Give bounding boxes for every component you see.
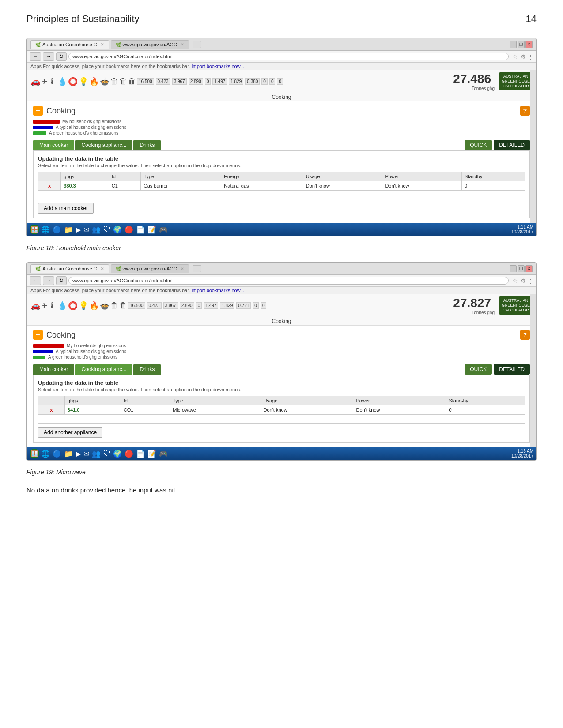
cooking-plus-btn-fig19[interactable]: +	[33, 330, 43, 340]
stat-val-9: 0	[261, 78, 268, 85]
taskbar-icon-play-fig19[interactable]: ▶	[76, 450, 81, 458]
tab-main-cooker-fig18[interactable]: Main cooker	[33, 140, 74, 150]
taskbar-icon-globe[interactable]: 🌍	[113, 225, 122, 234]
taskbar-icon-shield[interactable]: 🛡	[103, 225, 110, 233]
forward-btn[interactable]: →	[43, 52, 54, 61]
import-bookmarks-link[interactable]: Import bookmarks now...	[191, 64, 244, 69]
energy-cell-fig18[interactable]: Natural gas	[221, 181, 303, 191]
legend-label-1-fig19: My households ghg emissions	[67, 343, 126, 348]
taskbar-icon-pdf[interactable]: 📄	[136, 225, 145, 234]
standby-cell-fig19[interactable]: 0	[446, 405, 525, 415]
tab-cooking-appliance-fig18[interactable]: Cooking applianc...	[75, 140, 132, 150]
taskbar-icon-game[interactable]: 🎮	[159, 225, 168, 234]
tab-drinks-fig19[interactable]: Drinks	[133, 364, 161, 375]
legend-label-2-fig18: A typical household's ghg emissions	[56, 125, 126, 130]
minimize-btn-fig19[interactable]: ─	[510, 265, 517, 272]
col-header-usage-fig18: Usage	[303, 172, 382, 181]
type-cell-fig19[interactable]: Microwave	[170, 405, 261, 415]
taskbar-icon-word[interactable]: 📝	[147, 225, 156, 234]
address-bar-fig18[interactable]: www.epa.vic.gov.au/AGC/calculator/index.…	[68, 53, 509, 60]
restore-btn[interactable]: ❐	[518, 41, 525, 48]
temp-icon-fig19: 🌡	[49, 301, 57, 310]
browser-toolbar-fig18: ← → ↻ www.epa.vic.gov.au/AGC/calculator/…	[27, 51, 536, 63]
taskbar-icon-folder-fig19[interactable]: 📁	[64, 450, 73, 458]
taskbar-icon-ie-fig19[interactable]: 🌐	[41, 450, 50, 458]
detailed-btn-fig19[interactable]: DETAILED	[494, 364, 530, 375]
delete-cell-fig19[interactable]: x	[38, 405, 65, 415]
stat-val-8: 0.380	[245, 78, 260, 85]
page-number: 14	[526, 13, 537, 25]
browser-titlebar-fig19: 🌿 Australian Greenhouse C ✕ 🌿 www.epa.vi…	[27, 263, 536, 275]
plane-icon: ✈	[41, 77, 48, 86]
taskbar-icon-game-fig19[interactable]: 🎮	[159, 450, 168, 458]
taskbar-icon-globe-fig19[interactable]: 🌍	[113, 450, 122, 458]
taskbar-icon-word-fig19[interactable]: 📝	[147, 450, 156, 458]
taskbar-icon-mail-fig19[interactable]: ✉	[83, 450, 89, 458]
standby-cell-fig18[interactable]: 0	[462, 181, 525, 191]
cooking-section-fig19: + Cooking ? My households ghg emissions …	[27, 326, 536, 447]
quick-btn-fig19[interactable]: QUICK	[465, 364, 492, 375]
import-bookmarks-link-fig19[interactable]: Import bookmarks now...	[191, 288, 244, 293]
legend-bar-my-fig18	[33, 120, 60, 124]
detailed-btn-fig18[interactable]: DETAILED	[494, 140, 530, 150]
taskbar-icon-mail[interactable]: ✉	[83, 225, 89, 234]
taskbar-icon-browser-fig19[interactable]: 🔵	[53, 450, 61, 458]
tab-drinks-fig18[interactable]: Drinks	[133, 140, 161, 150]
browser-window-fig18: 🌿 Australian Greenhouse C ✕ 🌿 www.epa.vi…	[26, 38, 537, 236]
scrollbar-fig18[interactable]	[530, 70, 536, 223]
col-header-usage-fig19: Usage	[261, 396, 353, 405]
usage-cell-fig19[interactable]: Don't know	[261, 405, 353, 415]
tab-cooking-appliance-fig19[interactable]: Cooking applianc...	[75, 364, 132, 375]
browser-tab2-fig19[interactable]: 🌿 www.epa.vic.gov.au/AGC ✕	[111, 264, 189, 273]
close-btn-fig19[interactable]: ✕	[525, 265, 533, 272]
add-appliance-btn-fig19[interactable]: Add another appliance	[38, 427, 102, 438]
power-cell-fig18[interactable]: Don't know	[382, 181, 462, 191]
reload-btn-fig19[interactable]: ↻	[56, 276, 67, 285]
taskbar-icon-browser[interactable]: 🔵	[53, 225, 61, 234]
scrollbar-fig19[interactable]	[530, 294, 536, 447]
cooking-help-btn-fig19[interactable]: ?	[520, 330, 530, 340]
back-btn[interactable]: ←	[30, 52, 41, 61]
menu-icon-fig19[interactable]: ⋮	[528, 278, 533, 284]
address-bar-fig19[interactable]: www.epa.vic.gov.au/AGC/calculator/index.…	[68, 277, 509, 285]
menu-icon[interactable]: ⋮	[528, 53, 533, 60]
taskbar-icon-folder[interactable]: 📁	[64, 225, 73, 234]
taskbar-icon-chrome[interactable]: 🔴	[125, 225, 133, 234]
add-main-cooker-btn-fig18[interactable]: Add a main cooker	[38, 203, 94, 214]
close-btn[interactable]: ✕	[525, 41, 533, 48]
taskbar-icon-users-fig19[interactable]: 👥	[92, 450, 101, 458]
stat-val-6-fig19: 1.497	[204, 302, 218, 309]
tab-main-cooker-fig19[interactable]: Main cooker	[33, 364, 74, 375]
quick-btn-fig18[interactable]: QUICK	[465, 140, 492, 150]
taskbar-icon-chrome-fig19[interactable]: 🔴	[125, 450, 133, 458]
browser-tab1-fig18[interactable]: 🌿 Australian Greenhouse C ✕	[30, 40, 109, 49]
start-btn-fig18[interactable]: 🪟	[30, 225, 39, 234]
ghg-unit-fig19: Tonnes ghg	[453, 310, 495, 315]
minimize-btn[interactable]: ─	[510, 41, 517, 48]
forward-btn-fig19[interactable]: →	[43, 276, 54, 285]
bookmark-star-fig19[interactable]: ☆	[512, 277, 518, 284]
fire-icon: 🔥	[89, 77, 99, 86]
restore-btn-fig19[interactable]: ❐	[518, 265, 525, 272]
browser-tab2-fig18[interactable]: 🌿 www.epa.vic.gov.au/AGC ✕	[111, 40, 189, 49]
taskbar-icon-play[interactable]: ▶	[76, 225, 81, 234]
taskbar-icon-ie[interactable]: 🌐	[41, 225, 50, 234]
tabs-row-fig18: Main cooker Cooking applianc... Drinks Q…	[33, 140, 530, 150]
usage-cell-fig18[interactable]: Don't know	[303, 181, 382, 191]
table-row-fig18: x 380.3 C1 Gas burner Natural gas Don't …	[38, 181, 525, 191]
taskbar-icon-users[interactable]: 👥	[92, 225, 101, 234]
reload-btn[interactable]: ↻	[56, 52, 67, 61]
delete-cell-fig18[interactable]: x	[38, 181, 61, 191]
stats-icons-fig19: 🚗 ✈ 🌡 💧 ⭕ 💡 🔥 🍲 🗑 🗑 16.500 0.423 3.967 2…	[30, 301, 453, 311]
data-table-fig19: ghgs Id Type Usage Power Stand-by x	[38, 396, 525, 424]
bookmark-star-fig18[interactable]: ☆	[512, 53, 518, 60]
browser-tab1-fig19[interactable]: 🌿 Australian Greenhouse C ✕	[30, 264, 109, 273]
taskbar-icon-shield-fig19[interactable]: 🛡	[103, 450, 110, 458]
back-btn-fig19[interactable]: ←	[30, 276, 41, 285]
cooking-plus-btn-fig18[interactable]: +	[33, 106, 43, 116]
start-btn-fig19[interactable]: 🪟	[30, 449, 39, 458]
cooking-help-btn-fig18[interactable]: ?	[520, 106, 530, 116]
taskbar-icon-pdf-fig19[interactable]: 📄	[136, 450, 145, 458]
power-cell-fig19[interactable]: Don't know	[353, 405, 446, 415]
type-cell-fig18[interactable]: Gas burner	[141, 181, 221, 191]
